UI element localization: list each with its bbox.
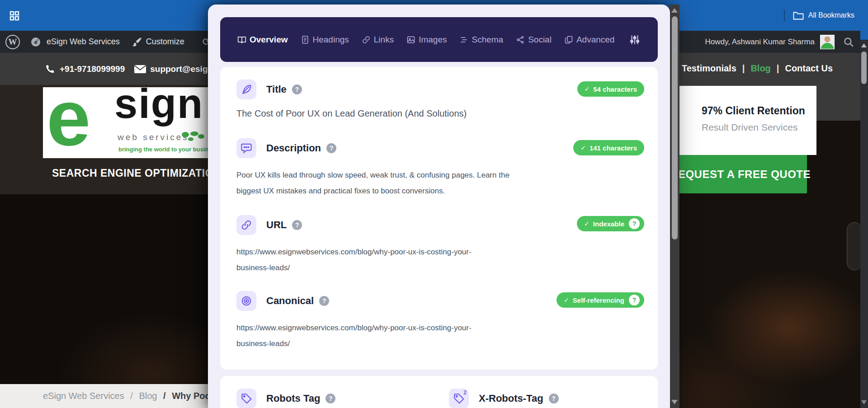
tab-links[interactable]: Links: [362, 35, 394, 45]
breadcrumb-home[interactable]: eSign Web Services: [43, 391, 124, 401]
seo-robots-card: Robots Tag ? 2 X-Robots-Tag ?: [220, 376, 658, 408]
nav-separator: |: [742, 63, 745, 74]
scrollbar-top-cap: [860, 31, 868, 40]
phone-link[interactable]: +91-9718099999: [60, 64, 125, 74]
tab-social[interactable]: Social: [516, 35, 552, 45]
promo-card: 97% Client Retention Result Driven Servi…: [679, 86, 816, 155]
avatar[interactable]: [820, 35, 835, 49]
browser-scroll-up-arrow[interactable]: [861, 43, 867, 47]
admin-site-name[interactable]: eSign Web Services: [47, 37, 120, 47]
logo-word-sign: sign: [114, 87, 203, 124]
chat-bubble-icon: [236, 138, 256, 158]
tab-headings-label: Headings: [313, 35, 349, 45]
canonical-value: https://www.esignwebservices.com/blog/wh…: [236, 320, 499, 352]
site-favicon-gauge-icon[interactable]: [30, 37, 41, 47]
howdy-account-label[interactable]: Howdy, Ashwani Kumar Sharma: [705, 38, 815, 47]
logo-world-map-icon: [181, 130, 206, 144]
browser-window: All Bookmarks W eSign Web Services Custo…: [0, 0, 868, 408]
tab-advanced[interactable]: Advanced: [564, 35, 615, 45]
tab-images-label: Images: [419, 35, 447, 45]
folder-icon: [793, 11, 804, 20]
customize-label[interactable]: Customize: [146, 37, 184, 47]
promo-subheadline: Result Driven Services: [702, 122, 797, 133]
site-header: e sign web services bringing the world t…: [0, 85, 215, 194]
section-xrobots-label: X-Robots-Tag: [479, 393, 543, 404]
help-icon[interactable]: ?: [292, 84, 302, 94]
browser-scrollbar-thumb[interactable]: [861, 52, 867, 84]
nav-contact-us[interactable]: Contact Us: [785, 63, 833, 74]
panel-scrollbar-thumb[interactable]: [672, 16, 678, 239]
help-icon[interactable]: ?: [326, 143, 336, 153]
description-value: Poor UX kills lead through slow speed, w…: [236, 167, 517, 199]
phone-icon: [45, 64, 55, 74]
badge-help-icon[interactable]: ?: [629, 295, 640, 305]
help-icon[interactable]: ?: [319, 296, 329, 306]
link-icon: [236, 215, 256, 235]
breadcrumb: eSign Web Services / Blog / Why Poor UX …: [0, 384, 215, 408]
breadcrumb-separator: /: [160, 391, 170, 401]
topbar-nav: Testimonials | Blog | Contact Us: [682, 63, 833, 74]
site-logo[interactable]: e sign web services bringing the world t…: [43, 87, 213, 158]
wordpress-logo-icon[interactable]: W: [5, 35, 20, 49]
title-length-text: 54 characters: [593, 85, 637, 93]
description-length-badge: ✓ 141 characters: [573, 140, 644, 155]
scroll-up-arrow[interactable]: [671, 8, 678, 13]
tab-headings[interactable]: Headings: [301, 35, 349, 45]
section-url-label: URL: [266, 219, 287, 231]
all-bookmarks-button[interactable]: All Bookmarks: [784, 0, 854, 31]
all-bookmarks-label: All Bookmarks: [808, 11, 854, 19]
help-icon[interactable]: ?: [549, 394, 559, 403]
panel-scrollbar[interactable]: [670, 5, 679, 408]
search-icon[interactable]: [843, 36, 854, 48]
breadcrumb-separator: /: [127, 391, 137, 401]
section-url-header: URL ?: [236, 215, 302, 235]
section-robots-label: Robots Tag: [266, 393, 320, 404]
description-length-text: 141 characters: [590, 144, 637, 152]
tab-advanced-label: Advanced: [576, 35, 615, 45]
logo-letter-e: e: [47, 87, 90, 157]
tab-overview[interactable]: Overview: [237, 35, 288, 45]
self-referencing-badge: ✓ Self-referencing ?: [557, 292, 644, 308]
logo-subtitle: web services: [118, 132, 189, 142]
indexable-text: Indexable: [593, 220, 624, 228]
check-icon: ✓: [585, 85, 590, 93]
quill-icon: [236, 80, 256, 99]
help-icon[interactable]: ?: [292, 220, 302, 230]
tag-icon: [236, 389, 256, 408]
seo-overview-card: Title ? ✓ 54 characters The Cost of Poor…: [220, 67, 658, 370]
section-canonical-header: Canonical ?: [236, 291, 329, 311]
title-value: The Cost of Poor UX on Lead Generation (…: [236, 106, 467, 122]
section-description-label: Description: [266, 142, 321, 154]
hero-image-left: [0, 194, 215, 384]
tab-images[interactable]: Images: [406, 35, 447, 45]
help-icon[interactable]: ?: [326, 394, 335, 403]
scroll-down-arrow[interactable]: [671, 400, 678, 404]
tab-overview-label: Overview: [250, 35, 288, 45]
check-icon: ✓: [584, 220, 590, 227]
extension-side-handle[interactable]: [847, 222, 862, 270]
apps-grid-icon[interactable]: [9, 10, 20, 21]
breadcrumb-blog[interactable]: Blog: [139, 391, 157, 401]
tab-social-label: Social: [528, 35, 552, 45]
title-length-badge: ✓ 54 characters: [577, 81, 644, 97]
tab-schema[interactable]: Schema: [459, 35, 503, 45]
menu-item-seo[interactable]: SEARCH ENGINE OPTIMIZATION: [52, 167, 221, 179]
nav-separator: |: [777, 63, 779, 74]
customize-brush-icon[interactable]: [132, 37, 142, 47]
browser-scrollbar[interactable]: [860, 31, 868, 408]
check-icon: ✓: [564, 296, 569, 304]
filters-sliders-icon[interactable]: [629, 34, 641, 46]
browser-scroll-down-arrow[interactable]: [861, 400, 867, 404]
badge-help-icon[interactable]: ?: [629, 218, 640, 229]
bookmarks-separator: [784, 9, 785, 21]
url-value: https://www.esignwebservices.com/blog/wh…: [236, 244, 499, 276]
section-xrobots-header: 2 X-Robots-Tag ?: [449, 389, 559, 408]
mail-icon: [134, 64, 146, 74]
nav-blog[interactable]: Blog: [750, 63, 770, 74]
indexable-badge: ✓ Indexable ?: [577, 216, 644, 231]
request-quote-button[interactable]: REQUEST A FREE QUOTE: [674, 155, 807, 193]
tab-schema-label: Schema: [472, 35, 503, 45]
email-link[interactable]: support@esign: [150, 64, 213, 74]
seo-panel-tabbar: Overview Headings Links Images: [220, 17, 658, 62]
nav-testimonials[interactable]: Testimonials: [682, 63, 736, 74]
